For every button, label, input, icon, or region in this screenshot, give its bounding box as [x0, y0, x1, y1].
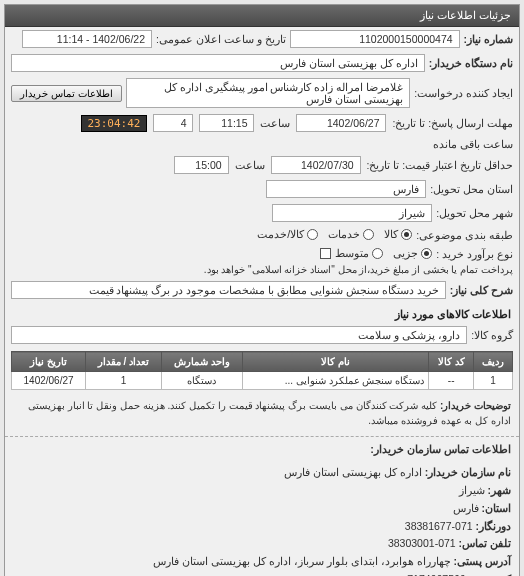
priority-label: طبقه بندی موضوعی: — [416, 229, 513, 241]
row-purchase-type: نوع برآورد خرید : جزیی متوسط پرداخت تمام… — [5, 244, 519, 278]
radio-kalakhadamat[interactable]: کالا/خدمت — [257, 228, 318, 241]
radio-jozi-label: جزیی — [393, 247, 418, 260]
validity-time-label: ساعت — [235, 159, 265, 171]
goods-group-label: گروه کالا: — [471, 329, 513, 341]
deadline-label: مهلت ارسال پاسخ: تا تاریخ: — [392, 117, 513, 129]
radio-khadamat-label: خدمات — [328, 228, 360, 241]
cell-code: -- — [429, 372, 474, 390]
province-label: استان محل تحویل: — [430, 183, 513, 195]
phone-value: 071-38303001 — [388, 537, 456, 549]
radio-kala[interactable]: کالا — [384, 228, 412, 241]
remaining-label: ساعت باقی مانده — [433, 138, 513, 150]
cell-name: دستگاه سنجش عملکرد شنوایی ... — [243, 372, 429, 390]
priority-radio-group: کالا خدمات کالا/خدمت — [257, 228, 412, 241]
deadline-time: 11:15 — [199, 114, 254, 132]
goods-table: ردیف کد کالا نام کالا واحد شمارش تعداد /… — [11, 351, 513, 390]
buyer-contact-button[interactable]: اطلاعات تماس خریدار — [11, 85, 122, 102]
city-label: شهر محل تحویل: — [436, 207, 513, 219]
radio-dot-icon — [372, 248, 383, 259]
purchase-type-label: نوع برآورد خرید : — [436, 248, 513, 260]
fax-label: دورنگار: — [476, 520, 512, 532]
col-unit[interactable]: واحد شمارش — [161, 352, 242, 372]
row-goods-group: گروه کالا: دارو، پزشکی و سلامت — [5, 323, 519, 347]
radio-kala-label: کالا — [384, 228, 398, 241]
goods-group-value: دارو، پزشکی و سلامت — [11, 326, 467, 344]
radio-khadamat[interactable]: خدمات — [328, 228, 374, 241]
creator-value: غلامرضا امراله زاده کارشناس امور پیشگیری… — [126, 78, 411, 108]
cell-date: 1402/06/27 — [12, 372, 86, 390]
row-description: شرح کلی نیاز: خرید دستگاه سنجش شنوایی مط… — [5, 278, 519, 302]
countdown-timer: 23:04:42 — [81, 115, 148, 132]
province-value: فارس — [266, 180, 426, 198]
days-value: 4 — [153, 114, 193, 132]
desc-label: شرح کلی نیاز: — [450, 284, 513, 296]
fax-value: 071-38381677 — [405, 520, 473, 532]
deadline-date: 1402/06/27 — [296, 114, 386, 132]
contact-section-title: اطلاعات تماس سازمان خریدار: — [5, 436, 519, 458]
purchase-radio-group: جزیی متوسط — [335, 247, 432, 260]
addr-value: چهارراه هوابرد، ابتدای بلوار سرباز، ادار… — [153, 555, 450, 567]
row-priority: طبقه بندی موضوعی: کالا خدمات کالا/خدمت — [5, 225, 519, 244]
org-label: نام سازمان خریدار: — [425, 466, 511, 478]
row-req-number: شماره نیاز: 1102000150000474 تاریخ و ساع… — [5, 27, 519, 51]
details-panel: جزئیات اطلاعات نیاز شماره نیاز: 11020001… — [4, 4, 520, 576]
phone-label: تلفن تماس: — [459, 537, 511, 549]
table-header-row: ردیف کد کالا نام کالا واحد شمارش تعداد /… — [12, 352, 513, 372]
public-notice-value: 1402/06/22 - 11:14 — [22, 30, 152, 48]
table-row[interactable]: 1 -- دستگاه سنجش عملکرد شنوایی ... دستگا… — [12, 372, 513, 390]
row-requester: نام دستگاه خریدار: اداره کل بهزیستی استا… — [5, 51, 519, 75]
deadline-time-label: ساعت — [260, 117, 290, 129]
city-value: شیراز — [272, 204, 432, 222]
col-qty[interactable]: تعداد / مقدار — [86, 352, 162, 372]
desc-value: خرید دستگاه سنجش شنوایی مطابق با مشخصات … — [11, 281, 446, 299]
row-province: استان محل تحویل: فارس — [5, 177, 519, 201]
buyer-note-text: کلیه شرکت کنندگان می بایست برگ پیشنهاد ق… — [28, 400, 511, 426]
org-value: اداره کل بهزیستی استان فارس — [284, 466, 422, 478]
col-code[interactable]: کد کالا — [429, 352, 474, 372]
validity-time: 15:00 — [174, 156, 229, 174]
buyer-note-row: توضیحات خریدار: کلیه شرکت کنندگان می بای… — [5, 394, 519, 432]
public-notice-label: تاریخ و ساعت اعلان عمومی: — [156, 33, 286, 45]
ccity-value: شیراز — [459, 484, 485, 496]
cprov-value: فارس — [453, 502, 479, 514]
ccity-label: شهر: — [488, 484, 512, 496]
row-creator: ایجاد کننده درخواست: غلامرضا امراله زاده… — [5, 75, 519, 111]
radio-dot-icon — [421, 248, 432, 259]
purchase-note: پرداخت تمام یا بخشی از مبلغ خرید،از محل … — [204, 264, 513, 275]
radio-motavaset[interactable]: متوسط — [335, 247, 383, 260]
validity-date: 1402/07/30 — [271, 156, 361, 174]
cprov-label: استان: — [482, 502, 512, 514]
addr-label: آدرس پستی: — [454, 555, 511, 567]
radio-dot-icon — [307, 229, 318, 240]
buyer-note-label: توضیحات خریدار: — [440, 400, 511, 411]
requester-label: نام دستگاه خریدار: — [429, 57, 513, 69]
col-name[interactable]: نام کالا — [243, 352, 429, 372]
creator-label: ایجاد کننده درخواست: — [414, 87, 513, 99]
radio-kalakhadamat-label: کالا/خدمت — [257, 228, 304, 241]
col-row[interactable]: ردیف — [474, 352, 513, 372]
treasury-checkbox[interactable] — [320, 248, 331, 259]
cell-unit: دستگاه — [161, 372, 242, 390]
row-validity: حداقل تاریخ اعتبار قیمت: تا تاریخ: 1402/… — [5, 153, 519, 177]
col-date[interactable]: تاریخ نیاز — [12, 352, 86, 372]
req-number-value: 1102000150000474 — [290, 30, 460, 48]
cell-row: 1 — [474, 372, 513, 390]
goods-section-title: اطلاعات کالاهای مورد نیاز — [5, 302, 519, 323]
validity-label: حداقل تاریخ اعتبار قیمت: تا تاریخ: — [367, 159, 513, 171]
radio-jozi[interactable]: جزیی — [393, 247, 432, 260]
radio-dot-icon — [401, 229, 412, 240]
requester-value: اداره کل بهزیستی استان فارس — [11, 54, 425, 72]
row-city: شهر محل تحویل: شیراز — [5, 201, 519, 225]
contact-block: نام سازمان خریدار: اداره کل بهزیستی استا… — [5, 458, 519, 576]
row-deadline: مهلت ارسال پاسخ: تا تاریخ: 1402/06/27 سا… — [5, 111, 519, 153]
cell-qty: 1 — [86, 372, 162, 390]
panel-title: جزئیات اطلاعات نیاز — [5, 5, 519, 27]
radio-dot-icon — [363, 229, 374, 240]
radio-motavaset-label: متوسط — [335, 247, 369, 260]
req-number-label: شماره نیاز: — [464, 33, 513, 45]
